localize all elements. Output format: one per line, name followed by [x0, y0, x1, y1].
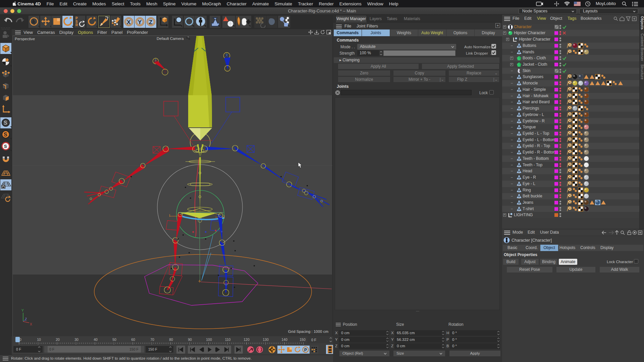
svg-text:10: 10 [37, 338, 41, 342]
svg-text:Grid Spacing : 1000 cm: Grid Spacing : 1000 cm [288, 329, 328, 334]
svg-text:Y: Y [138, 19, 142, 25]
svg-text:R: R [75, 23, 78, 27]
svg-text:130: 130 [263, 338, 269, 342]
svg-text:150: 150 [300, 338, 306, 342]
svg-text:S: S [4, 120, 7, 126]
svg-text:60: 60 [131, 338, 135, 342]
svg-text:0 F: 0 F [16, 347, 21, 351]
svg-text:150 F: 150 F [148, 347, 157, 351]
svg-text:Default Camera: Default Camera [157, 37, 184, 41]
svg-text:0 F: 0 F [49, 347, 54, 351]
svg-text:70: 70 [150, 338, 154, 342]
svg-text:40: 40 [94, 338, 98, 342]
svg-text:S: S [4, 144, 7, 149]
svg-text:120: 120 [244, 338, 250, 342]
svg-text:50: 50 [112, 338, 116, 342]
svg-text:Z: Z [25, 317, 27, 321]
svg-text:20: 20 [56, 338, 60, 342]
svg-text:Z: Z [149, 19, 152, 25]
svg-text:100: 100 [206, 338, 212, 342]
svg-text:0: 0 [19, 338, 21, 342]
svg-text:X: X [30, 322, 32, 326]
svg-text:80: 80 [169, 338, 173, 342]
svg-text:P: P [304, 348, 307, 352]
svg-text:Perspective: Perspective [15, 37, 35, 41]
svg-text:110: 110 [225, 338, 231, 342]
svg-text:0 F: 0 F [311, 338, 316, 342]
svg-text:150 F: 150 F [129, 347, 139, 351]
svg-text:S: S [4, 132, 7, 137]
svg-text:Y: Y [21, 308, 24, 312]
svg-text:90: 90 [188, 338, 192, 342]
svg-text:140: 140 [281, 338, 287, 342]
svg-text:30: 30 [74, 338, 78, 342]
svg-text:X: X [127, 19, 131, 25]
